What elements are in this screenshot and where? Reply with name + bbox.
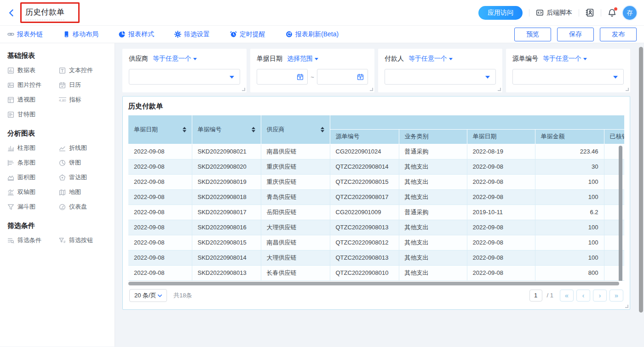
publish-button[interactable]: 发布 bbox=[600, 28, 637, 41]
sub-column-header[interactable]: 单据金额 bbox=[535, 129, 604, 144]
table-cell: 其他支出 bbox=[399, 220, 467, 235]
filter-select[interactable] bbox=[385, 69, 496, 85]
table-row[interactable]: 2022-09-08SKD20220908020重庆供应链QTZC2022090… bbox=[128, 159, 624, 174]
sort-icon[interactable] bbox=[252, 127, 255, 132]
sub-column-header[interactable]: 已核销 bbox=[604, 129, 624, 144]
filter-label: 付款人 bbox=[385, 55, 404, 63]
widget-resize-handle[interactable] bbox=[242, 88, 245, 91]
sort-icon[interactable] bbox=[321, 127, 324, 132]
table-horizontal-scrollbar[interactable] bbox=[128, 282, 619, 285]
sidebar-item[interactable]: 漏斗图 bbox=[7, 199, 59, 214]
table-cell: 重庆供应链 bbox=[261, 159, 330, 174]
back-button[interactable] bbox=[7, 9, 16, 17]
sidebar-item[interactable]: 文本控件 bbox=[59, 63, 110, 78]
table-cell: 其他支出 bbox=[399, 189, 467, 205]
backend-script-button[interactable]: 后端脚本 bbox=[536, 9, 572, 17]
toolbar-item-5[interactable]: 定时提醒 bbox=[230, 30, 265, 39]
notifications-button[interactable] bbox=[608, 8, 616, 17]
sidebar-item[interactable]: 折线图 bbox=[59, 141, 110, 155]
table-row[interactable]: 2022-09-08SKD20220908017岳阳供应链CG202209010… bbox=[128, 205, 624, 220]
report-title-input[interactable]: 历史付款单 bbox=[25, 8, 64, 20]
table-cell: SKD20220908018 bbox=[192, 189, 261, 205]
toolbar-item-6[interactable]: 报表刷新(Beta) bbox=[286, 30, 339, 39]
sidebar-item[interactable]: 面积图 bbox=[7, 170, 59, 185]
contacts-button[interactable] bbox=[586, 8, 594, 17]
filter-operator[interactable]: 等于任意一个 bbox=[543, 55, 587, 63]
chevron-left-icon bbox=[7, 9, 16, 17]
sub-column-header[interactable]: 源单编号 bbox=[330, 129, 399, 144]
table-row[interactable]: 2022-09-08SKD20220908014大理供应链QTZC2022090… bbox=[128, 250, 624, 265]
sidebar-item[interactable]: 双轴图 bbox=[7, 185, 59, 199]
widget-resize-handle[interactable] bbox=[370, 88, 373, 91]
toolbar-item-1[interactable]: 报表外链 bbox=[7, 30, 43, 39]
sidebar-item[interactable]: 图片控件 bbox=[7, 78, 59, 92]
sidebar-item[interactable]: 透视图 bbox=[7, 92, 59, 107]
sidebar-item[interactable]: 4,80指标 bbox=[59, 92, 110, 107]
sidebar-item[interactable]: 仪表盘 bbox=[59, 199, 110, 214]
table-row[interactable]: 2022-09-08SKD20220908015南昌供应链QTZC2022090… bbox=[128, 235, 624, 250]
table-row[interactable]: 2022-09-08SKD20220908013长春供应链QTZC2022090… bbox=[128, 265, 624, 280]
table-row[interactable]: 2022-09-08SKD20220908016大理供应链QTZC2022090… bbox=[128, 220, 624, 235]
total-pages-label: / 1 bbox=[547, 292, 553, 299]
sidebar-item[interactable]: 数据表 bbox=[7, 63, 59, 78]
filter-select[interactable] bbox=[512, 69, 624, 85]
filter-operator[interactable]: 等于任意一个 bbox=[153, 55, 197, 63]
toolbar-item-2[interactable]: 移动布局 bbox=[63, 30, 98, 39]
table-cell: CG20220901024 bbox=[330, 144, 399, 159]
filter-card-4[interactable]: 源单编号等于任意一个 bbox=[506, 49, 630, 92]
table-vertical-scrollbar[interactable] bbox=[619, 146, 622, 281]
annotation-red-box: 历史付款单 bbox=[20, 2, 80, 23]
mobile-icon bbox=[63, 31, 70, 38]
prev-page-button[interactable]: ‹ bbox=[576, 290, 590, 301]
caret-down-icon bbox=[613, 76, 618, 79]
table-cell: 2022-09-08 bbox=[128, 265, 192, 280]
first-page-icon: « bbox=[565, 292, 569, 299]
date-start-input[interactable] bbox=[257, 69, 308, 85]
column-header[interactable]: 单据日期 bbox=[128, 115, 192, 144]
sub-column-header[interactable]: 业务类别 bbox=[399, 129, 467, 144]
sidebar-item[interactable]: 地图 bbox=[59, 185, 110, 199]
next-page-button[interactable]: › bbox=[593, 290, 607, 301]
area-chart-icon bbox=[7, 174, 14, 181]
column-header[interactable]: 供应商 bbox=[261, 115, 330, 144]
widget-resize-handle[interactable] bbox=[626, 88, 629, 91]
app-access-button[interactable]: 应用访问 bbox=[478, 6, 523, 20]
sort-icon[interactable] bbox=[183, 127, 186, 132]
avatar[interactable]: 存 bbox=[623, 6, 637, 20]
sidebar-item[interactable]: 筛选条件 bbox=[7, 233, 59, 248]
sidebar-item[interactable]: 日历 bbox=[59, 78, 110, 92]
page-number-input[interactable]: 1 bbox=[529, 290, 542, 301]
widget-sidebar: 基础报表数据表文本控件图片控件日历透视图4,80指标甘特图分析图表柱形图折线图条… bbox=[0, 43, 115, 347]
sidebar-item[interactable]: 甘特图 bbox=[7, 107, 59, 122]
date-end-input[interactable] bbox=[317, 69, 368, 85]
toolbar-item-3[interactable]: 报表样式 bbox=[119, 30, 154, 39]
sidebar-item[interactable]: 饼图 bbox=[59, 155, 110, 170]
first-page-button[interactable]: « bbox=[560, 290, 574, 301]
widget-resize-handle[interactable] bbox=[498, 88, 501, 91]
page-scrollbar[interactable] bbox=[639, 47, 643, 313]
table-resize-handle[interactable] bbox=[625, 305, 628, 308]
table-row[interactable]: 2022-09-08SKD20220908018青岛供应链QTZC2022090… bbox=[128, 189, 624, 205]
table-row[interactable]: 2022-09-08SKD20220908019重庆供应链QTZC2022090… bbox=[128, 174, 624, 189]
filter-operator[interactable]: 选择范围 bbox=[287, 55, 318, 63]
sidebar-item[interactable]: 筛选按钮 bbox=[59, 233, 110, 248]
filter-card-3[interactable]: 付款人等于任意一个 bbox=[378, 49, 502, 92]
column-header[interactable]: 单据编号 bbox=[192, 115, 261, 144]
last-page-button[interactable]: » bbox=[610, 290, 623, 301]
toolbar-item-4[interactable]: 筛选设置 bbox=[174, 30, 210, 39]
sidebar-item[interactable]: 柱形图 bbox=[7, 141, 59, 155]
filter-select[interactable] bbox=[129, 69, 240, 85]
sidebar-item-label: 地图 bbox=[69, 188, 81, 196]
filter-operator[interactable]: 等于任意一个 bbox=[408, 55, 453, 63]
page-size-select[interactable]: 20 条/页 bbox=[129, 289, 167, 302]
save-button[interactable]: 保存 bbox=[557, 28, 594, 41]
table-row[interactable]: 2022-09-08SKD20220908021南昌供应链CG202209010… bbox=[128, 144, 624, 159]
caret-down-icon bbox=[230, 76, 234, 79]
filter-card-1[interactable]: 供应商等于任意一个 bbox=[122, 49, 247, 92]
sub-column-header[interactable]: 单据日期 bbox=[467, 129, 535, 144]
data-table-widget[interactable]: 历史付款单 单据日期单据编号供应商源单编号业务类别单据日期单据金额已核销2022… bbox=[122, 96, 630, 310]
preview-button[interactable]: 预览 bbox=[514, 28, 551, 41]
sidebar-item[interactable]: 条形图 bbox=[7, 155, 59, 170]
filter-card-2[interactable]: 单据日期选择范围~ bbox=[250, 49, 374, 92]
sidebar-item[interactable]: 雷达图 bbox=[59, 170, 110, 185]
